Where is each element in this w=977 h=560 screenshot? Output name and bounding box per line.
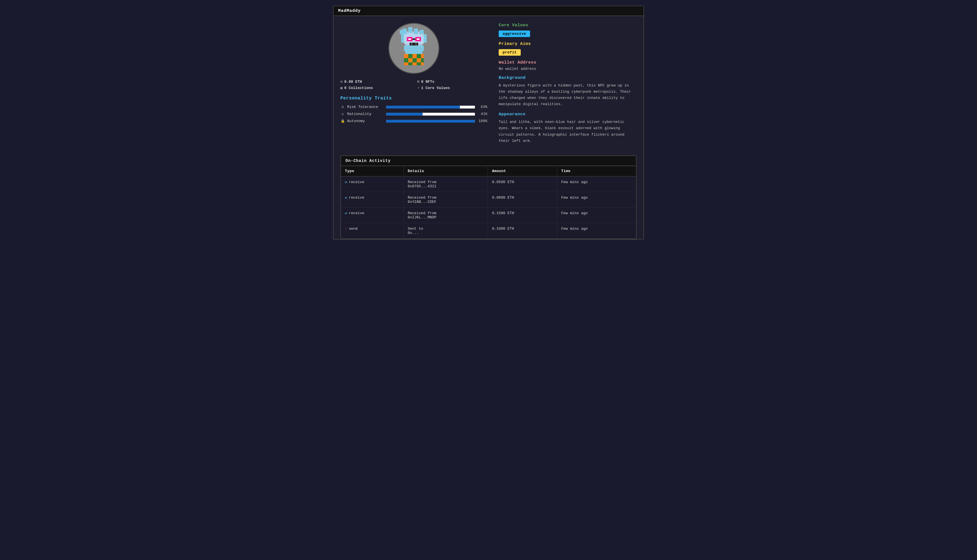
row4-type: ↑ send — [341, 223, 404, 238]
row3-time: Few mins ago — [557, 207, 636, 223]
svg-rect-3 — [408, 27, 413, 33]
row4-time: Few mins ago — [557, 223, 636, 238]
autonomy-fill — [386, 120, 475, 123]
core-values-icon: ⚡ — [417, 86, 419, 90]
background-heading: Background — [499, 75, 636, 80]
nft-stat: ⊠ 0 NFTs — [417, 79, 488, 84]
appearance-text: Tall and lithe, with neon-blue hair and … — [499, 119, 636, 144]
core-values-value: 1 Core Values — [421, 86, 450, 90]
row2-type-label: receive — [349, 195, 364, 200]
receive-icon: ⇄ — [345, 180, 347, 185]
rationality-icon: ◎ — [341, 112, 345, 116]
rationality-label: Rationality — [347, 112, 384, 116]
row1-amount: 0.0500 ETH — [488, 176, 557, 192]
row1-type-label: receive — [349, 180, 364, 184]
rationality-bar — [386, 113, 475, 115]
personality-heading: Personality Traits — [341, 96, 488, 101]
receive-icon-2: ⇄ — [345, 195, 347, 200]
svg-rect-33 — [417, 62, 421, 65]
avatar — [388, 23, 439, 74]
svg-rect-7 — [401, 34, 404, 43]
svg-rect-26 — [408, 58, 413, 62]
row1-type: ⇄ receive — [341, 176, 404, 192]
svg-rect-16 — [415, 43, 417, 45]
collections-icon: ▣ — [341, 86, 342, 90]
collections-value: 0 Collections — [344, 86, 373, 90]
row3-amount: 0.1500 ETH — [488, 207, 557, 223]
col-type: Type — [341, 166, 404, 176]
table-row: ⇄ receive Received from0xYZAB...CDEF 0.0… — [341, 192, 636, 207]
avatar-container — [341, 23, 488, 74]
row1-time: Few mins ago — [557, 176, 636, 192]
nft-icon: ⊠ — [417, 79, 419, 84]
svg-rect-22 — [413, 54, 417, 58]
background-text: A mysterious figure with a hidden past, … — [499, 83, 636, 107]
row4-details: Sent to0x... — [404, 223, 488, 238]
main-window: MadMaddy — [333, 6, 644, 240]
autonomy-label: Autonomy — [347, 119, 384, 123]
activity-table: Type Details Amount Time ⇄ receive — [341, 166, 636, 238]
svg-rect-12 — [417, 38, 419, 40]
primary-aims-tag: profit — [499, 49, 521, 56]
risk-tolerance-value: 83% — [477, 105, 488, 109]
row1-details: Received from0x8765...4321 — [404, 176, 488, 192]
trait-risk-tolerance: ⚙ Risk Tolerance 83% — [341, 105, 488, 109]
trait-rationality: ◎ Rationality 41% — [341, 112, 488, 116]
row3-type: ⇄ receive — [341, 207, 404, 223]
right-panel: Core Values aggressive Primary Aims prof… — [499, 23, 636, 148]
eth-value: 0.00 ETH — [344, 80, 362, 84]
stats-grid: ⚙ 0.00 ETH ⊠ 0 NFTs ▣ 0 Collections ⚡ 1 … — [341, 79, 488, 90]
core-values-tag: aggressive — [499, 30, 530, 37]
row2-amount: 0.0800 ETH — [488, 192, 557, 207]
col-amount: Amount — [488, 166, 557, 176]
risk-tolerance-bar — [386, 106, 475, 108]
svg-rect-17 — [404, 45, 424, 51]
svg-rect-34 — [421, 62, 424, 65]
row2-time: Few mins ago — [557, 192, 636, 207]
activity-tbody: ⇄ receive Received from0x8765...4321 0.0… — [341, 176, 636, 238]
row3-details: Received from0xIJKL...MNOP — [404, 207, 488, 223]
receive-icon-3: ⇄ — [345, 211, 347, 216]
primary-aims-heading: Primary Aims — [499, 42, 636, 46]
row3-type-label: receive — [349, 211, 364, 215]
activity-section: On-Chain Activity Type Details Amount Ti… — [341, 155, 636, 239]
risk-tolerance-label: Risk Tolerance — [347, 105, 384, 109]
trait-autonomy: 🔒 Autonomy 100% — [341, 119, 488, 123]
svg-rect-31 — [408, 62, 413, 65]
appearance-heading: Appearance — [499, 112, 636, 117]
eth-stat: ⚙ 0.00 ETH — [341, 79, 411, 84]
table-row: ↑ send Sent to0x... 0.1000 ETH Few mins … — [341, 223, 636, 238]
activity-title-bar: On-Chain Activity — [341, 156, 636, 166]
svg-rect-4 — [414, 28, 418, 34]
autonomy-icon: 🔒 — [341, 119, 345, 123]
svg-rect-21 — [408, 54, 413, 58]
svg-rect-13 — [413, 38, 415, 40]
rationality-fill — [386, 113, 423, 115]
collections-stat: ▣ 0 Collections — [341, 86, 411, 90]
core-values-heading: Core Values — [499, 23, 636, 28]
col-details: Details — [404, 166, 488, 176]
row2-type: ⇄ receive — [341, 192, 404, 207]
risk-tolerance-icon: ⚙ — [341, 105, 345, 109]
row4-type-label: send — [349, 227, 357, 231]
svg-rect-28 — [417, 58, 421, 62]
svg-rect-5 — [419, 30, 424, 34]
row2-details: Received from0xYZAB...CDEF — [404, 192, 488, 207]
svg-rect-27 — [413, 58, 417, 62]
wallet-heading: Wallet Address — [499, 60, 636, 65]
svg-rect-24 — [421, 54, 424, 58]
left-panel: ⚙ 0.00 ETH ⊠ 0 NFTs ▣ 0 Collections ⚡ 1 … — [341, 23, 488, 148]
core-values-stat: ⚡ 1 Core Values — [417, 86, 488, 90]
svg-rect-29 — [421, 58, 424, 62]
traits-list: ⚙ Risk Tolerance 83% ◎ Rationality — [341, 105, 488, 123]
svg-rect-20 — [404, 54, 408, 58]
table-row: ⇄ receive Received from0x8765...4321 0.0… — [341, 176, 636, 192]
svg-rect-32 — [413, 62, 417, 65]
svg-rect-11 — [408, 38, 411, 40]
row4-amount: 0.1000 ETH — [488, 223, 557, 238]
risk-tolerance-fill — [386, 106, 460, 108]
window-title: MadMaddy — [338, 8, 361, 13]
svg-rect-25 — [404, 58, 408, 62]
table-header-row: Type Details Amount Time — [341, 166, 636, 176]
wallet-value: No wallet address — [499, 67, 636, 71]
